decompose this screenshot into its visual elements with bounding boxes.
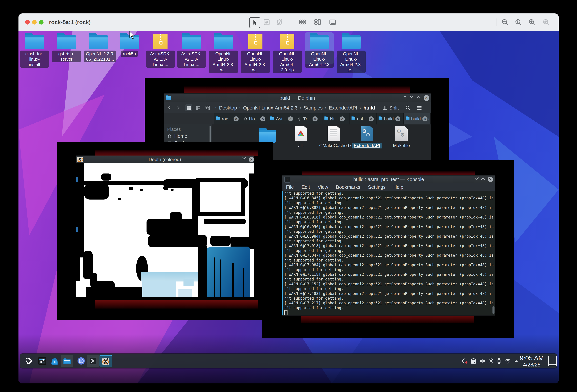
tab-close-icon[interactable]: ✕ — [288, 116, 293, 121]
menu-item-file[interactable]: File — [286, 184, 294, 190]
terminal-scrollbar[interactable] — [493, 306, 495, 314]
desktop-icon-2[interactable]: gst-rtsp-server — [52, 33, 81, 64]
desktop-icon-5[interactable]: AstraSDK- v2.1.3-Linux-... — [146, 33, 175, 64]
menu-item-edit[interactable]: Edit — [302, 184, 310, 190]
tray-wifi-icon[interactable] — [504, 357, 512, 365]
text-file-icon — [328, 126, 340, 141]
taskbar-chromium-button[interactable] — [75, 355, 87, 367]
vnc-toolbar-panel-icon[interactable] — [328, 17, 338, 27]
bluetooth-icon — [488, 358, 494, 364]
tab-close-icon[interactable]: ✕ — [234, 116, 239, 121]
tab-close-icon[interactable]: ✕ — [260, 116, 265, 121]
breadcrumb-item[interactable]: build — [363, 105, 375, 111]
tab-scroll-arrows[interactable]: ‹› — [424, 116, 430, 121]
hamburger-menu-icon[interactable] — [416, 105, 422, 111]
maximize-button[interactable] — [417, 96, 420, 99]
tray-bluetooth-icon[interactable] — [487, 357, 495, 365]
vnc-toolbar-grid-icon[interactable] — [297, 17, 307, 27]
dolphin-tab-Tr[interactable]: Tr...✕ — [295, 113, 323, 125]
taskbar-x11-button[interactable] — [100, 355, 112, 367]
file-item-Makefile[interactable]: ⚙⚙Makefile — [385, 126, 417, 148]
desktop-icon-1[interactable]: clash-for-linux- install — [20, 33, 49, 64]
breadcrumb[interactable]: ›Desktop›OpenNI-Linux-Arm64-2.3›Samples›… — [215, 105, 377, 111]
clock[interactable]: 9:05 AM 4/28/25 — [514, 355, 549, 368]
breadcrumb-item[interactable]: Desktop — [219, 105, 237, 111]
desktop-icon-6[interactable]: AstraSDK- v2.1.3-Linux-... — [177, 33, 206, 64]
dolphin-tab-build[interactable]: build✕ — [377, 113, 404, 125]
mac-close-button[interactable] — [25, 20, 30, 25]
desktop-icon-7[interactable]: OpenNi-Linux- Arm64-2.3-w... — [209, 33, 238, 64]
taskbar-discover-button[interactable] — [48, 355, 61, 367]
dolphin-tab-roc[interactable]: roc...✕ — [214, 113, 241, 125]
menu-item-help[interactable]: Help — [393, 184, 403, 190]
back-button[interactable] — [167, 105, 173, 111]
vnc-toolbar-layout-icon[interactable] — [313, 17, 323, 27]
tray-volume-icon[interactable] — [478, 357, 486, 365]
depth-close-button[interactable]: ✕ — [249, 157, 254, 162]
tab-close-icon[interactable]: ✕ — [313, 116, 318, 121]
desktop-icon-11[interactable]: OpenNI-Linux- Arm64-2.3-te... — [337, 33, 366, 64]
breadcrumb-item[interactable]: OpenNI-Linux-Arm64-2.3 — [243, 105, 298, 111]
taskbar-konsole-button[interactable] — [87, 355, 100, 367]
vnc-toolbar-resize-icon[interactable] — [262, 17, 272, 27]
tray-update-icon[interactable] — [461, 357, 469, 365]
taskbar-launcher-button[interactable] — [23, 355, 36, 367]
view-icons-button[interactable] — [185, 104, 192, 111]
split-button[interactable]: Split — [382, 105, 399, 111]
menu-item-view[interactable]: View — [318, 184, 328, 190]
menu-item-bookmarks[interactable]: Bookmarks — [336, 184, 360, 190]
search-icon[interactable] — [405, 105, 411, 111]
breadcrumb-item[interactable]: ExtendedAPI — [329, 105, 357, 111]
file-item-folder[interactable] — [251, 126, 283, 141]
tab-close-icon[interactable]: ✕ — [340, 116, 345, 121]
tray-clipboard-icon[interactable] — [469, 357, 477, 365]
taskbar-settings-sliders-button[interactable] — [36, 355, 48, 367]
discover-icon — [50, 357, 59, 365]
breadcrumb-separator: › — [215, 105, 217, 110]
forward-button[interactable] — [175, 105, 181, 111]
clipboard-icon — [470, 358, 477, 364]
file-item-ExtendedAPI[interactable]: ⚙⚙ExtendedAPI — [351, 126, 383, 148]
view-tree-button[interactable] — [204, 104, 211, 111]
depth-titlebar[interactable]: X Depth (colored) ✕ — [76, 156, 254, 163]
red-glow-bar — [301, 315, 474, 323]
close-button[interactable]: ✕ — [424, 95, 429, 101]
vnc-toolbar-layers-off-icon[interactable] — [274, 17, 285, 27]
file-item-all.[interactable]: all. — [285, 126, 317, 148]
dolphin-tab-Ni[interactable]: Ni...✕ — [323, 113, 350, 125]
breadcrumb-item[interactable]: Samples — [304, 105, 323, 111]
desktop-icon-9[interactable]: OpenNI-Linux- Arm64-2.3.zip — [273, 33, 302, 64]
file-item-CMakeCache.txt[interactable]: CMakeCache.txt — [318, 126, 350, 148]
depth-minimize-button[interactable] — [243, 157, 245, 159]
tab-close-icon[interactable]: ✕ — [395, 116, 400, 121]
help-button[interactable]: ? — [402, 95, 408, 101]
taskbar-dolphin-button[interactable] — [61, 355, 73, 367]
mac-minimize-button[interactable] — [32, 20, 37, 25]
vnc-toolbar-zoom-100-icon[interactable] — [513, 17, 523, 27]
dolphin-tab-Ast[interactable]: Ast...✕ — [268, 113, 295, 125]
konsole-close-button[interactable]: ✕ — [488, 177, 493, 182]
vnc-toolbar-zoom-out-icon[interactable] — [500, 17, 510, 27]
desktop-icon-8[interactable]: OpenNI-Linux- Arm64-2.3-w... — [241, 33, 270, 64]
mac-zoom-button[interactable] — [39, 20, 43, 25]
konsole-minimize-button[interactable] — [475, 177, 478, 179]
tab-close-icon[interactable]: ✕ — [369, 116, 374, 121]
vnc-toolbar-zoom-in-icon[interactable] — [527, 17, 537, 27]
konsole-maximize-button[interactable] — [482, 177, 484, 181]
show-desktop-button[interactable] — [548, 356, 557, 366]
vnc-toolbar-cursor-icon[interactable] — [249, 17, 260, 28]
minimize-button[interactable] — [410, 96, 413, 98]
desktop-icon-label: OpenNi-Linux- Arm64-2.3-w... — [209, 51, 238, 73]
desktop-icon-3[interactable]: OpenNI_2.3.0. 86_2022101... — [84, 33, 113, 64]
dolphin-titlebar[interactable]: build — Dolphin ? ✕ — [164, 94, 431, 102]
vnc-toolbar-zoom-fit-icon[interactable] — [541, 17, 551, 27]
terminal-output[interactable]: n't supported for getting.[ WARN:0@16.84… — [282, 191, 495, 315]
tray-usb-icon[interactable] — [495, 357, 503, 365]
view-details-button[interactable] — [195, 104, 202, 111]
dolphin-tab-Ho[interactable]: Ho...✕ — [241, 113, 268, 125]
desktop-icon-10[interactable]: OpenNI-Linux- Arm64-2.3 — [305, 33, 334, 64]
places-item-home[interactable]: Home — [167, 133, 212, 139]
dolphin-tab-ast[interactable]: ast...✕ — [350, 113, 377, 125]
menu-item-settings[interactable]: Settings — [368, 184, 386, 190]
konsole-titlebar[interactable]: › build : astra_pro_test — Konsole ✕ — [282, 175, 495, 183]
